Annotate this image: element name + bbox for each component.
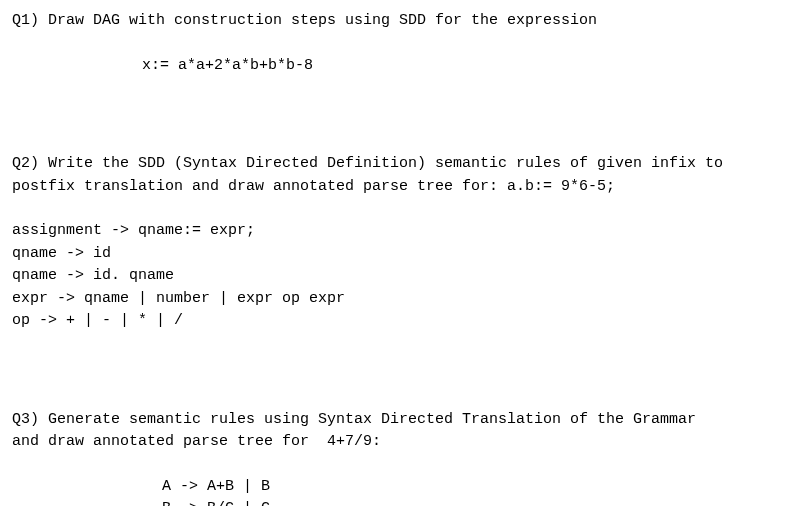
q3-prompt-line2: and draw annotated parse tree for 4+7/9: [12, 431, 787, 454]
spacer [12, 105, 787, 153]
q3-grammar-line: B -> B/C | C [12, 498, 787, 506]
q1-prompt: Q1) Draw DAG with construction steps usi… [12, 10, 787, 33]
q1-expression: x:= a*a+2*a*b+b*b-8 [12, 55, 787, 78]
q2-prompt-line2: postfix translation and draw annotated p… [12, 176, 787, 199]
q3-grammar-line: A -> A+B | B [12, 476, 787, 499]
question-2: Q2) Write the SDD (Syntax Directed Defin… [12, 153, 787, 333]
question-3: Q3) Generate semantic rules using Syntax… [12, 409, 787, 507]
spacer [12, 33, 787, 55]
q2-grammar-line: qname -> id [12, 243, 787, 266]
q2-grammar-line: op -> + | - | * | / [12, 310, 787, 333]
question-1: Q1) Draw DAG with construction steps usi… [12, 10, 787, 77]
spacer [12, 198, 787, 220]
q3-prompt-line1: Q3) Generate semantic rules using Syntax… [12, 409, 787, 432]
q2-grammar-line: expr -> qname | number | expr op expr [12, 288, 787, 311]
q2-prompt-line1: Q2) Write the SDD (Syntax Directed Defin… [12, 153, 787, 176]
spacer [12, 454, 787, 476]
q2-grammar-line: qname -> id. qname [12, 265, 787, 288]
q2-grammar-line: assignment -> qname:= expr; [12, 220, 787, 243]
spacer [12, 361, 787, 409]
